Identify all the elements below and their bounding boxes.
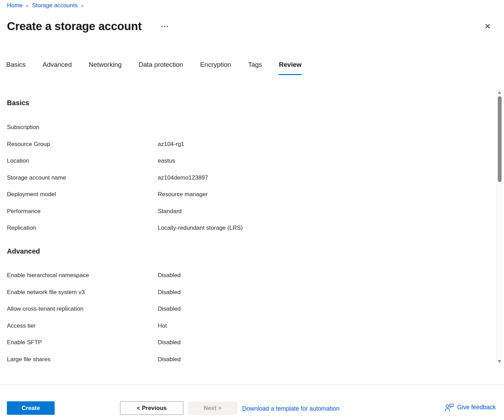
- field-value: Standard: [158, 208, 480, 215]
- section-heading-basics: Basics: [7, 99, 29, 107]
- field-value: Disabled: [158, 356, 480, 363]
- field-label: Enable SFTP: [7, 339, 158, 346]
- field-label: Allow cross-tenant replication: [7, 305, 158, 312]
- field-label: Location: [7, 157, 158, 164]
- field-value: az104-rg1: [158, 141, 480, 148]
- review-row-location: Location eastus: [7, 157, 480, 164]
- tab-tags[interactable]: Tags: [248, 60, 262, 75]
- give-feedback-label: Give feedback: [457, 404, 496, 411]
- section-heading-advanced: Advanced: [7, 247, 40, 255]
- review-row-nfs-v3: Enable network file system v3 Disabled: [7, 289, 480, 296]
- review-row-enable-sftp: Enable SFTP Disabled: [7, 339, 480, 346]
- give-feedback-button[interactable]: Give feedback: [445, 403, 496, 411]
- field-value: az104demo123897: [158, 174, 480, 181]
- download-template-link[interactable]: Download a template for automation: [242, 405, 339, 412]
- feedback-person-icon: [445, 403, 454, 411]
- scroll-up-arrow-icon[interactable]: [498, 91, 501, 94]
- field-label: Storage account name: [7, 174, 158, 181]
- close-icon[interactable]: ✕: [483, 21, 492, 32]
- tab-advanced[interactable]: Advanced: [43, 60, 72, 75]
- field-label: Access tier: [7, 322, 158, 329]
- chevron-right-icon: >: [81, 3, 83, 9]
- review-row-storage-account-name: Storage account name az104demo123897: [7, 174, 480, 181]
- breadcrumb: Home > Storage accounts >: [7, 2, 84, 9]
- tab-data-protection[interactable]: Data protection: [139, 60, 183, 75]
- review-row-resource-group: Resource Group az104-rg1: [7, 141, 480, 148]
- page-header: Create a storage account ··· ✕: [7, 17, 497, 36]
- tab-review[interactable]: Review: [279, 60, 301, 75]
- tab-basics[interactable]: Basics: [6, 60, 26, 75]
- review-row-cross-tenant-replication: Allow cross-tenant replication Disabled: [7, 305, 480, 312]
- review-row-deployment-model: Deployment model Resource manager: [7, 191, 480, 198]
- field-value: Disabled: [158, 339, 480, 346]
- field-value: eastus: [158, 157, 480, 164]
- field-value: [158, 124, 480, 131]
- field-label: Enable network file system v3: [7, 289, 158, 296]
- page-title: Create a storage account: [7, 20, 142, 33]
- review-row-access-tier: Access tier Hot: [7, 322, 480, 329]
- wizard-tabs: Basics Advanced Networking Data protecti…: [6, 60, 302, 75]
- field-label: Resource Group: [7, 141, 158, 148]
- field-value: Disabled: [158, 289, 480, 296]
- field-label: Large file shares: [7, 356, 158, 363]
- tab-networking[interactable]: Networking: [89, 60, 121, 75]
- field-value: Resource manager: [158, 191, 480, 198]
- field-label: Replication: [7, 225, 158, 231]
- field-value: Disabled: [158, 272, 480, 279]
- tab-encryption[interactable]: Encryption: [200, 60, 231, 75]
- field-value: Locally-redundant storage (LRS): [158, 225, 480, 231]
- field-label: Performance: [7, 208, 158, 215]
- next-button[interactable]: Next >: [188, 402, 237, 415]
- breadcrumb-storage-accounts-link[interactable]: Storage accounts: [32, 2, 77, 9]
- previous-button[interactable]: < Previous: [120, 401, 183, 415]
- field-value: Hot: [158, 322, 480, 329]
- field-label: Deployment model: [7, 191, 158, 198]
- scrollbar[interactable]: [496, 89, 503, 365]
- footer-divider: [0, 385, 504, 385]
- field-label: Subscription: [7, 124, 158, 131]
- scrollbar-thumb[interactable]: [498, 96, 502, 182]
- review-row-subscription: Subscription: [7, 124, 480, 131]
- review-row-replication: Replication Locally-redundant storage (L…: [7, 225, 480, 231]
- review-row-hierarchical-namespace: Enable hierarchical namespace Disabled: [7, 272, 480, 279]
- chevron-right-icon: >: [26, 3, 28, 9]
- create-button[interactable]: Create: [7, 401, 55, 415]
- more-options-icon[interactable]: ···: [159, 22, 171, 30]
- field-label: Enable hierarchical namespace: [7, 272, 158, 279]
- review-row-large-file-shares: Large file shares Disabled: [7, 356, 480, 363]
- scroll-down-arrow-icon[interactable]: [498, 360, 501, 363]
- field-value: Disabled: [158, 305, 480, 312]
- breadcrumb-home-link[interactable]: Home: [7, 2, 22, 9]
- review-row-performance: Performance Standard: [7, 208, 480, 215]
